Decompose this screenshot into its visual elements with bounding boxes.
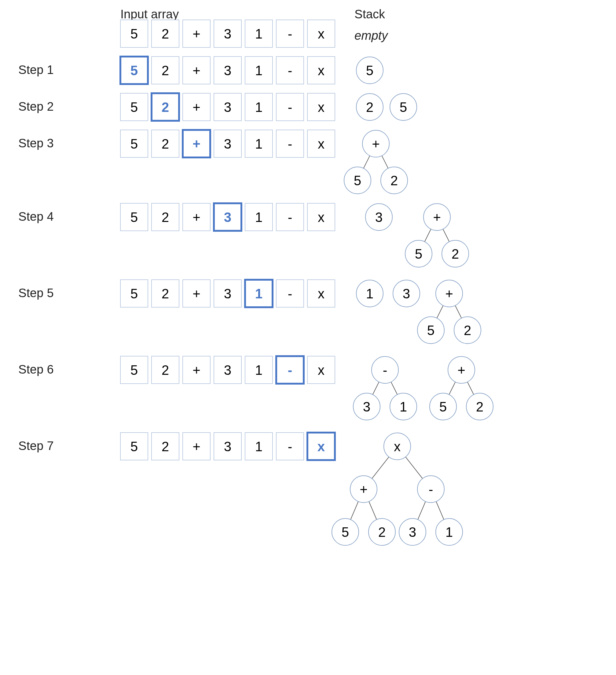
tree-node-value: 5 <box>400 100 407 115</box>
tree-edge <box>437 305 443 318</box>
array-cell-value: - <box>288 100 292 115</box>
tree-node-value: 1 <box>366 286 373 301</box>
array-cell-value: 3 <box>224 439 231 454</box>
tree-node-value: 3 <box>403 286 410 301</box>
tree-edge <box>391 382 398 394</box>
array-cell-value: 3 <box>224 286 231 301</box>
array-cell-value: 2 <box>162 63 169 78</box>
tree-node-value: + <box>372 136 380 151</box>
array-cell-value: 3 <box>224 136 231 151</box>
tree-node-value: 2 <box>366 100 373 115</box>
tree-node-value: 5 <box>439 399 447 414</box>
tree-edge <box>418 501 425 519</box>
tree-node-value: + <box>360 482 368 497</box>
tree-edge <box>436 501 444 519</box>
array-cell-value: 5 <box>130 439 138 454</box>
array-cell-value: 1 <box>255 100 262 115</box>
array-cell-value: x <box>318 210 325 225</box>
step-label: Step 4 <box>18 210 54 223</box>
array-cell-value: x <box>318 136 325 151</box>
tree-node-value: + <box>445 286 453 301</box>
array-cell-value: - <box>288 363 292 378</box>
array-cell-value: 3 <box>224 210 231 225</box>
header-stack: Stack <box>354 7 385 21</box>
array-cell-value: 2 <box>162 439 169 454</box>
tree-node-value: 2 <box>464 323 471 338</box>
tree-node-value: - <box>429 482 433 497</box>
header-input: Input array <box>120 7 179 21</box>
array-cell-value: + <box>192 100 200 115</box>
array-cell-value: 3 <box>224 363 231 378</box>
array-cell-value: + <box>192 439 200 454</box>
tree-node-value: 2 <box>390 173 398 188</box>
array-cell-value: - <box>288 286 292 301</box>
tree-node-value: 3 <box>375 210 382 225</box>
array-cell-value: 2 <box>162 286 169 301</box>
array-cell-value: x <box>318 363 325 378</box>
array-cell-value: x <box>318 439 325 454</box>
tree-edge <box>372 457 389 479</box>
array-cell-value: x <box>318 286 325 301</box>
tree-node-value: 5 <box>366 63 373 78</box>
array-cell-value: - <box>288 63 292 78</box>
array-cell-value: 3 <box>224 63 231 78</box>
array-cell-value: 1 <box>255 286 262 301</box>
array-cell-value: + <box>192 286 200 301</box>
tree-node-value: 2 <box>378 525 385 540</box>
array-cell-value: 3 <box>224 100 231 115</box>
tree-node-value: 5 <box>354 173 361 188</box>
array-cell-value: 1 <box>255 63 262 78</box>
array-cell-value: - <box>288 26 292 41</box>
tree-edge <box>449 382 456 394</box>
tree-node-value: 3 <box>363 399 370 414</box>
diagram-canvas: Input arrayStackempty52+31-xStep 152+31-… <box>0 0 616 675</box>
step-label: Step 5 <box>18 286 54 300</box>
tree-node-value: 2 <box>452 246 459 261</box>
tree-edge <box>406 457 423 479</box>
array-cell-value: x <box>318 26 325 41</box>
array-cell-value: 3 <box>224 26 231 41</box>
tree-node-value: 3 <box>409 525 416 540</box>
tree-edge <box>382 156 388 168</box>
tree-edge <box>364 156 370 168</box>
array-cell-value: x <box>318 100 325 115</box>
array-cell-value: + <box>192 63 200 78</box>
array-cell-value: x <box>318 63 325 78</box>
tree-edge <box>350 501 358 519</box>
step-label: Step 6 <box>18 363 54 376</box>
array-cell-value: 2 <box>162 100 169 115</box>
array-cell-value: 2 <box>162 26 169 41</box>
array-cell-value: 1 <box>255 136 262 151</box>
array-cell-value: - <box>288 439 292 454</box>
array-cell-value: 5 <box>130 26 138 41</box>
array-cell-value: 2 <box>162 210 169 225</box>
array-cell-value: + <box>192 210 200 225</box>
step-label: Step 2 <box>18 100 54 113</box>
array-cell-value: - <box>288 210 292 225</box>
step-label: Step 7 <box>18 439 54 452</box>
tree-node-value: 5 <box>342 525 349 540</box>
tree-edge <box>455 305 462 318</box>
array-cell-value: 5 <box>130 136 138 151</box>
array-cell-value: 1 <box>255 363 262 378</box>
tree-edge <box>425 229 431 241</box>
tree-node-value: 2 <box>476 399 483 414</box>
tree-node-value: 5 <box>427 323 435 338</box>
tree-edge <box>373 382 379 394</box>
array-cell-value: 5 <box>130 210 138 225</box>
array-cell-value: 1 <box>255 210 262 225</box>
tree-node-value: - <box>383 363 387 378</box>
array-cell-value: 5 <box>130 363 138 378</box>
stack-empty-label: empty <box>354 29 389 42</box>
tree-edge <box>467 382 474 394</box>
array-cell-value: 1 <box>255 439 262 454</box>
step-label: Step 3 <box>18 136 54 150</box>
array-cell-value: 2 <box>162 136 169 151</box>
tree-node-value: + <box>457 363 465 378</box>
tree-node-value: 5 <box>415 246 422 261</box>
step-label: Step 1 <box>18 63 54 76</box>
array-cell-value: + <box>192 26 200 41</box>
array-cell-value: 1 <box>255 26 262 41</box>
tree-node-value: + <box>433 210 441 225</box>
tree-node-value: x <box>394 439 401 454</box>
